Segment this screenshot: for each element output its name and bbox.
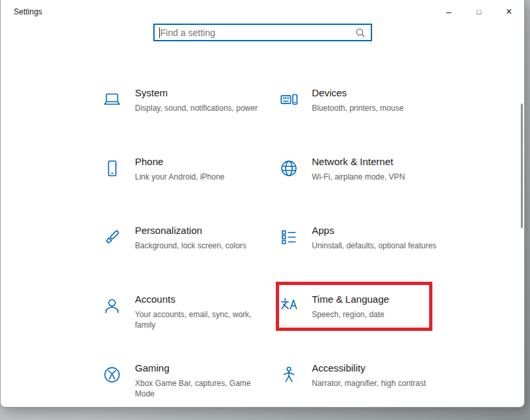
network-globe-icon [279,155,312,219]
category-subtitle: Xbox Game Bar, captures, Game Mode [135,378,261,400]
category-personalization[interactable]: Personalization Background, lock screen,… [102,219,279,288]
search-box[interactable] [153,24,372,41]
paintbrush-icon [102,224,135,288]
category-subtitle: Uninstall, defaults, optional features [312,240,438,252]
settings-window: Settings – □ × S [0,0,525,408]
close-button[interactable]: × [494,0,524,24]
maximize-button[interactable]: □ [464,0,494,24]
category-network[interactable]: Network & Internet Wi-Fi, airplane mode,… [279,150,456,219]
minimize-button[interactable]: – [434,0,464,24]
category-subtitle: Narrator, magnifier, high contrast [312,378,438,389]
category-accessibility[interactable]: Accessibility Narrator, magnifier, high … [279,356,456,408]
category-title: Personalization [135,224,261,237]
system-icon [102,86,135,150]
category-title: Gaming [135,362,261,375]
title-bar[interactable]: Settings – □ × [1,0,524,24]
category-title: Phone [135,155,261,168]
category-subtitle: Link your Android, iPhone [135,172,261,183]
search-icon [355,28,366,38]
category-system[interactable]: System Display, sound, notifications, po… [102,81,279,150]
text-caret [159,28,160,38]
scrollbar[interactable] [520,24,523,408]
category-title: Network & Internet [312,155,438,168]
category-title: Accessibility [312,362,438,375]
category-subtitle: Wi-Fi, airplane mode, VPN [312,172,438,183]
search-row [1,24,524,41]
window-controls: – □ × [434,0,524,24]
apps-list-icon [279,224,312,288]
category-accounts[interactable]: Accounts Your accounts, email, sync, wor… [102,288,279,356]
category-title: Accounts [135,293,261,306]
category-title: Time & Language [312,293,438,306]
devices-icon [279,86,312,150]
scrollbar-thumb[interactable] [521,104,523,228]
category-title: Devices [312,86,438,100]
accessibility-person-icon [279,362,312,408]
category-subtitle: Background, lock screen, colors [135,240,261,252]
language-characters-icon [279,293,312,356]
window-title: Settings [14,7,42,16]
phone-icon [102,155,135,219]
xbox-icon [102,362,135,408]
categories-grid: System Display, sound, notifications, po… [102,81,456,408]
category-subtitle: Speech, region, date [312,309,438,320]
search-input[interactable] [161,28,355,38]
category-subtitle: Bluetooth, printers, mouse [312,103,438,114]
category-phone[interactable]: Phone Link your Android, iPhone [102,150,279,219]
category-title: System [135,86,261,100]
person-icon [102,293,135,356]
category-subtitle: Display, sound, notifications, power [135,103,261,114]
category-time-language[interactable]: Time & Language Speech, region, date [279,288,456,356]
category-gaming[interactable]: Gaming Xbox Game Bar, captures, Game Mod… [102,356,279,408]
category-subtitle: Your accounts, email, sync, work, family [135,309,261,332]
category-apps[interactable]: Apps Uninstall, defaults, optional featu… [279,219,456,288]
category-title: Apps [312,224,438,237]
category-devices[interactable]: Devices Bluetooth, printers, mouse [279,81,456,150]
